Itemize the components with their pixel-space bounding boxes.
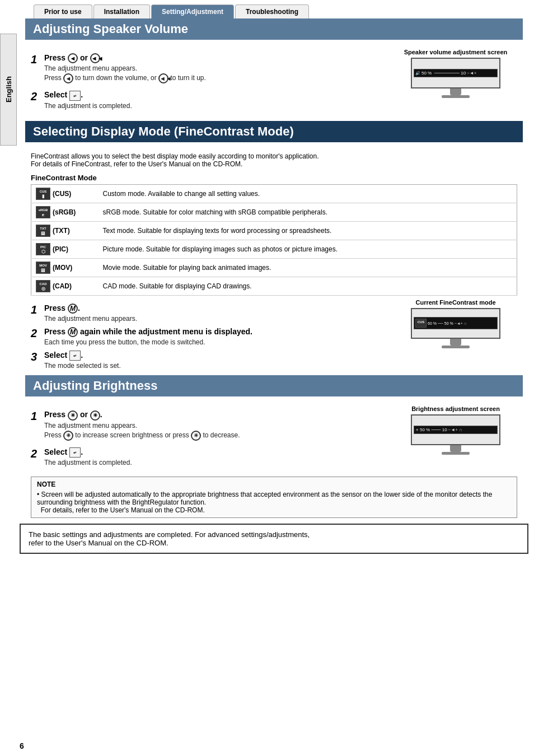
osd-bright-ctrl: −◄+ ∩ [448, 427, 462, 432]
fc-monitor-mockup: CUS 60 % ── 50 % −◄+ ∩ [411, 308, 500, 348]
fc-step3-content: Select ↵. The mode selected is set. [44, 351, 388, 370]
speaker-step2-content: Select ↵. The adjustment is completed. [44, 90, 388, 109]
monitor-base [442, 95, 470, 98]
finecontrast-intro2: For details of FineContrast, refer to th… [31, 160, 517, 168]
mov-icon: MOV▤ [36, 262, 50, 274]
tab-installation[interactable]: Installation [93, 4, 150, 18]
fc-txt-mode: TXT▤ (TXT) [31, 221, 99, 240]
fc-mode-table: CUS▮ (CUS) Custom mode. Available to cha… [31, 184, 517, 296]
speaker-step2: 2 Select ↵. The adjustment is completed. [31, 90, 388, 109]
pic-label: (PIC) [53, 245, 68, 253]
speaker-screen-area: Speaker volume adjustment screen 🔊 50 % … [394, 49, 517, 112]
osd-cus-icon: CUS [415, 319, 427, 328]
fc-row-mov: MOV▤ (MOV) Movie mode. Suitable for play… [31, 258, 517, 277]
tab-troubleshooting[interactable]: Troubleshooting [235, 4, 309, 18]
speaker-step2-desc: The adjustment is completed. [44, 102, 388, 110]
brightness-up-icon: ✳ [68, 410, 78, 421]
speaker-osd: 🔊 50 % ──────── 10 −◄+ [414, 69, 498, 77]
srgb-label: (sRGB) [53, 208, 76, 216]
pic-icon: PIC⬡ [36, 243, 50, 255]
speaker-step1-desc1: The adjustment menu appears. [44, 64, 388, 72]
fc-cus-desc: Custom mode. Available to change all set… [99, 184, 517, 203]
fc-mov-desc: Movie mode. Suitable for playing back an… [99, 258, 517, 277]
note-box: NOTE • Screen will be adjusted automatic… [31, 477, 517, 518]
fc-pic-mode: PIC⬡ (PIC) [31, 240, 99, 258]
speaker-step1-content: Press ◄ or ◄◄. The adjustment menu appea… [44, 53, 388, 83]
brightness-monitor-screen: ☀ 50 % ─── 10 −◄+ ∩ [411, 414, 500, 445]
note-content: • Screen will be adjusted automatically … [37, 491, 511, 514]
brightness-step1-desc1: The adjustment menu appears. [44, 422, 388, 430]
speaker-monitor-screen: 🔊 50 % ──────── 10 −◄+ [411, 58, 500, 88]
fc-screen-label: Current FineContrast mode [394, 299, 517, 306]
fc-mode-header: FineContrast Mode [25, 171, 523, 184]
speaker-step1-desc2: Press ◄ to turn down the volume, or ◄◄ t… [44, 73, 388, 83]
brightness-step2-title: Select ↵. [44, 447, 388, 458]
select3-icon: ↵ [69, 447, 81, 458]
bright-decrease-icon: ✳ [191, 431, 201, 441]
select-icon: ↵ [69, 91, 81, 101]
page-number: 6 [20, 741, 24, 750]
bright-increase-icon: ✳ [63, 431, 73, 441]
fc-step2: 2 Press M again while the adjustment men… [31, 327, 388, 346]
speaker-step1: 1 Press ◄ or ◄◄. The adjustment menu app… [31, 53, 388, 83]
fc-step3-desc: The mode selected is set. [44, 362, 388, 370]
main-content: Adjusting Speaker Volume 1 Press ◄ or ◄◄… [20, 18, 528, 518]
speaker-section-content: 1 Press ◄ or ◄◄. The adjustment menu app… [25, 45, 523, 115]
osd-speaker-icon: 🔊 [415, 71, 420, 76]
finecontrast-intro: FineContrast allows you to select the be… [25, 148, 523, 171]
tab-prior-to-use[interactable]: Prior to use [34, 4, 92, 18]
fc-step3: 3 Select ↵. The mode selected is set. [31, 351, 388, 370]
osd-minus-icon: −◄+ [467, 71, 476, 76]
fc-row-pic: PIC⬡ (PIC) Picture mode. Suitable for di… [31, 240, 517, 258]
fc-step1-desc: The adjustment menu appears. [44, 315, 388, 323]
fc-cad-mode: CAD◎ (CAD) [31, 277, 99, 295]
osd-vol-bar: 50 % ──────── 10 [421, 71, 466, 76]
speaker-screen-label: Speaker volume adjustment screen [394, 49, 517, 55]
fc-step1-num: 1 [31, 304, 41, 316]
brightness-monitor-base [442, 452, 470, 455]
osd-bright-icon: ☀ [415, 428, 419, 432]
brightness-down-icon: ✳ [90, 410, 100, 421]
fc-monitor-base [442, 346, 470, 348]
tab-setting-adjustment[interactable]: Setting/Adjustment [151, 4, 234, 18]
txt-icon: TXT▤ [36, 225, 50, 237]
brightness-steps: 1 Press ✳ or ✳. The adjustment menu appe… [31, 405, 388, 469]
fc-monitor-screen: CUS 60 % ── 50 % −◄+ ∩ [411, 308, 500, 339]
cus-icon: CUS▮ [36, 188, 50, 200]
fc-monitor-stand [450, 339, 461, 346]
osd-bright-bar: 50 % ─── 10 [420, 427, 447, 432]
finecontrast-intro1: FineContrast allows you to select the be… [31, 152, 517, 160]
brightness-step1-title: Press ✳ or ✳. [44, 410, 388, 420]
fc-row-cad: CAD◎ (CAD) CAD mode. Suitable for displa… [31, 277, 517, 295]
brightness-step2: 2 Select ↵. The adjustment is completed. [31, 447, 388, 466]
finecontrast-section-header: Selecting Display Mode (FineContrast Mod… [25, 121, 523, 142]
fc-row-txt: TXT▤ (TXT) Text mode. Suitable for displ… [31, 221, 517, 240]
fc-osd: CUS 60 % ── 50 % −◄+ ∩ [414, 317, 498, 329]
sidebar-language-label: English [0, 34, 17, 146]
brightness-osd: ☀ 50 % ─── 10 −◄+ ∩ [414, 426, 498, 434]
speaker-section-header: Adjusting Speaker Volume [25, 18, 523, 40]
brightness-step1-content: Press ✳ or ✳. The adjustment menu appear… [44, 410, 388, 440]
fc-mov-mode: MOV▤ (MOV) [31, 258, 99, 277]
brightness-step2-desc: The adjustment is completed. [44, 459, 388, 466]
cus-label: (CUS) [53, 190, 71, 198]
fc-step2-title: Press M again while the adjustment menu … [44, 327, 388, 337]
brightness-section-header: Adjusting Brightness [25, 375, 523, 396]
brightness-step2-content: Select ↵. The adjustment is completed. [44, 447, 388, 466]
mov-label: (MOV) [53, 264, 72, 272]
m-button-icon: M [68, 304, 78, 314]
vol-up-small-icon: ◄◄ [158, 73, 168, 83]
fc-cus-mode: CUS▮ (CUS) [31, 184, 99, 203]
fc-step3-num: 3 [31, 351, 41, 363]
fc-step3-title: Select ↵. [44, 351, 388, 361]
srgb-icon: sRGBe [36, 206, 50, 218]
bottom-summary-box: The basic settings and adjustments are c… [20, 524, 528, 554]
select2-icon: ↵ [69, 351, 81, 361]
osd-fc-ctrl: −◄+ ∩ [455, 321, 467, 325]
fc-pic-desc: Picture mode. Suitable for displaying im… [99, 240, 517, 258]
vol-up-icon: ◄◄ [90, 53, 100, 63]
fc-srgb-desc: sRGB mode. Suitable for color matching w… [99, 203, 517, 221]
cad-label: (CAD) [53, 282, 72, 290]
fc-step1-content: Press M. The adjustment menu appears. [44, 304, 388, 323]
cad-icon: CAD◎ [36, 280, 50, 292]
